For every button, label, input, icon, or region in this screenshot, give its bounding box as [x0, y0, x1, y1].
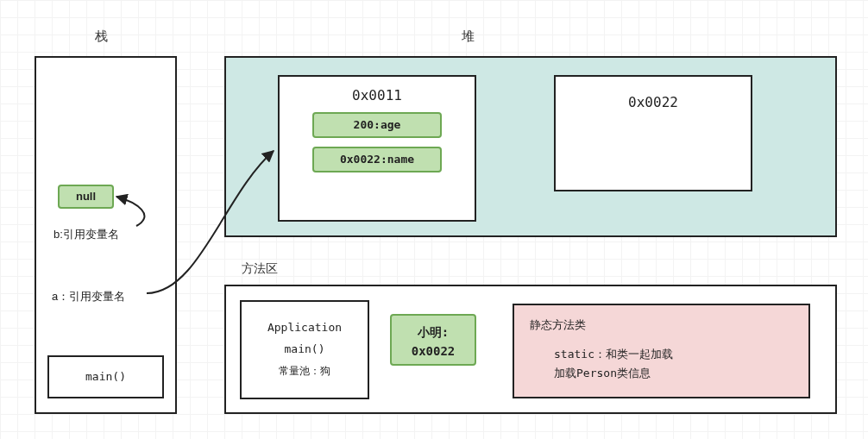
stack-title: 栈 — [95, 28, 108, 45]
static-line2: 加载Person类信息 — [554, 364, 793, 383]
a-label: a：引用变量名 — [52, 289, 125, 304]
object-0x0011: 0x0011 200:age 0x0022:name — [278, 75, 476, 222]
addr-0x0022: 0x0022 — [556, 94, 751, 110]
object-0x0022: 0x0022 — [554, 75, 752, 191]
prop-name: 0x0022:name — [312, 147, 442, 172]
b-label: b:引用变量名 — [53, 227, 119, 242]
heap-box: 0x0011 200:age 0x0022:name 0x0022 — [224, 56, 837, 237]
stack-box: null b:引用变量名 a：引用变量名 main() — [35, 56, 177, 414]
name-constant-box: 小明: 0x0022 — [390, 314, 476, 366]
static-line1: static：和类一起加载 — [554, 345, 793, 364]
prop-age: 200:age — [312, 112, 442, 138]
heap-title: 堆 — [462, 28, 475, 45]
null-value: null — [58, 185, 114, 209]
main-frame: main() — [47, 355, 164, 398]
static-box: 静态方法类 static：和类一起加载 加载Person类信息 — [513, 304, 810, 398]
method-area-title: 方法区 — [242, 261, 278, 277]
application-box: Application main() 常量池：狗 — [240, 300, 369, 399]
name-line1: 小明: — [418, 325, 449, 339]
name-line2: 0x0022 — [412, 344, 456, 358]
method-area-box: Application main() 常量池：狗 小明: 0x0022 静态方法… — [224, 285, 837, 414]
app-title: Application — [242, 321, 368, 334]
app-main: main() — [242, 342, 368, 355]
addr-0x0011: 0x0011 — [280, 87, 475, 103]
app-constpool: 常量池：狗 — [242, 364, 368, 379]
static-title: 静态方法类 — [530, 317, 793, 333]
